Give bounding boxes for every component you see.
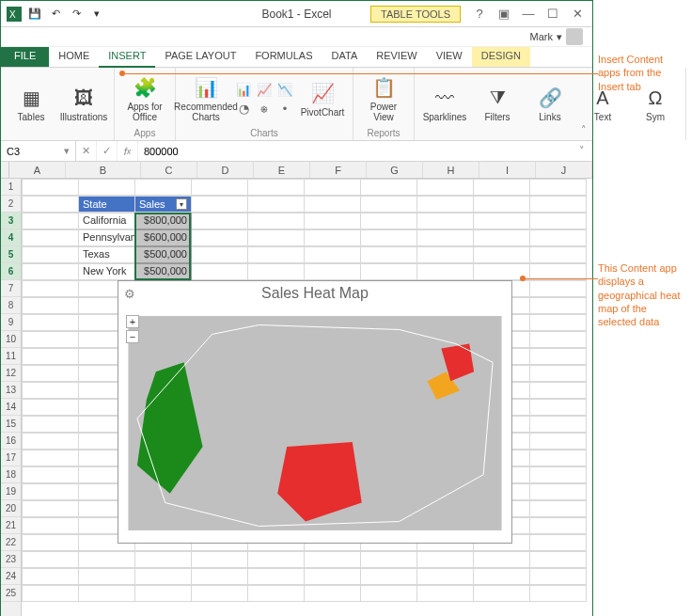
cell[interactable]	[360, 568, 417, 585]
cell[interactable]	[191, 551, 248, 568]
cell[interactable]	[473, 229, 530, 246]
cell[interactable]	[22, 483, 79, 500]
fx-icon[interactable]: fx	[118, 141, 138, 161]
apps-for-office-button[interactable]: 🧩Apps for Office	[120, 75, 169, 122]
tab-home[interactable]: HOME	[49, 47, 99, 67]
row-header[interactable]: 3	[1, 213, 21, 229]
table-header[interactable]: Sales▾	[134, 196, 192, 213]
cell[interactable]	[247, 229, 305, 246]
cell[interactable]	[22, 229, 79, 246]
cell[interactable]	[529, 551, 587, 568]
col-header[interactable]: B	[66, 162, 141, 178]
cell[interactable]	[529, 246, 587, 263]
cell[interactable]	[22, 433, 79, 450]
tables-button[interactable]: ▦Tables	[7, 86, 55, 122]
content-app-heat-map[interactable]: ⚙ Sales Heat Map + −	[118, 280, 512, 544]
cell[interactable]	[529, 365, 587, 382]
tab-insert[interactable]: INSERT	[99, 47, 155, 68]
cell[interactable]	[416, 229, 474, 246]
cell[interactable]	[22, 314, 79, 331]
chart-type-icon[interactable]: 📈	[255, 81, 274, 98]
zoom-in-icon[interactable]: +	[126, 315, 139, 328]
chart-type-icon[interactable]: 📊	[234, 81, 253, 98]
row-header[interactable]: 6	[1, 263, 21, 280]
cell[interactable]	[473, 213, 530, 229]
pivotchart-button[interactable]: 📈PivotChart	[298, 81, 347, 118]
cell[interactable]	[22, 517, 79, 534]
cell[interactable]	[247, 213, 305, 229]
row-header[interactable]: 21	[1, 517, 21, 534]
cell[interactable]	[22, 585, 79, 602]
col-header[interactable]: C	[141, 162, 197, 178]
qat-more-icon[interactable]: ▾	[87, 5, 106, 24]
cell[interactable]	[529, 280, 587, 297]
cell[interactable]	[529, 517, 587, 534]
row-header[interactable]: 14	[1, 399, 21, 416]
row-header[interactable]: 5	[1, 246, 21, 263]
cell[interactable]	[191, 179, 248, 196]
cell[interactable]	[78, 179, 135, 196]
tab-file[interactable]: FILE	[1, 47, 49, 67]
cell[interactable]	[473, 585, 530, 602]
illustrations-button[interactable]: 🖼Illustrations	[59, 86, 108, 122]
row-header[interactable]: 22	[1, 534, 21, 551]
tab-data[interactable]: DATA	[322, 47, 368, 67]
cell[interactable]	[529, 585, 587, 602]
row-header[interactable]: 4	[1, 229, 21, 246]
enter-icon[interactable]: ✓	[97, 141, 118, 161]
chart-type-icon[interactable]: •	[275, 100, 294, 117]
row-header[interactable]: 24	[1, 568, 21, 585]
cell[interactable]	[22, 348, 79, 365]
col-header[interactable]: E	[254, 162, 310, 178]
cell[interactable]	[529, 483, 587, 500]
cell[interactable]	[529, 179, 587, 196]
row-header[interactable]: 11	[1, 348, 21, 365]
cell[interactable]	[247, 196, 305, 213]
cell[interactable]	[360, 229, 417, 246]
cell[interactable]	[22, 365, 79, 382]
cell[interactable]	[304, 196, 361, 213]
cell[interactable]	[529, 433, 587, 450]
expand-formula-icon[interactable]: ˅	[572, 141, 592, 161]
cell[interactable]	[360, 263, 417, 280]
cell[interactable]	[191, 585, 248, 602]
cell[interactable]	[529, 348, 587, 365]
table-cell[interactable]: $500,000	[134, 246, 192, 263]
zoom-out-icon[interactable]: −	[126, 330, 139, 343]
table-cell[interactable]: $600,000	[134, 229, 192, 246]
cell[interactable]	[22, 280, 79, 297]
user-account[interactable]: Mark ▾	[530, 28, 583, 45]
undo-icon[interactable]: ↶	[46, 5, 65, 24]
cell[interactable]	[22, 246, 79, 263]
cell[interactable]	[529, 450, 587, 466]
restore-icon[interactable]: ☐	[542, 4, 564, 24]
formula-input[interactable]	[144, 146, 566, 157]
cell[interactable]	[304, 213, 361, 229]
name-box[interactable]: ▾	[1, 141, 76, 161]
cell[interactable]	[134, 585, 192, 602]
gear-icon[interactable]: ⚙	[124, 287, 135, 301]
cells-area[interactable]: State▾Sales▾California$800,000Pennsylvan…	[22, 179, 592, 616]
recommended-charts-button[interactable]: 📊Recommended Charts	[181, 75, 230, 122]
cell[interactable]	[416, 213, 474, 229]
cell[interactable]	[247, 179, 305, 196]
row-header[interactable]: 7	[1, 280, 21, 297]
cell[interactable]	[416, 196, 474, 213]
cell[interactable]	[473, 246, 530, 263]
cell[interactable]	[529, 416, 587, 433]
cell[interactable]	[78, 551, 135, 568]
ribbon-display-icon[interactable]: ▣	[493, 4, 515, 24]
col-header[interactable]: I	[479, 162, 536, 178]
cell[interactable]	[529, 466, 587, 483]
row-header[interactable]: 8	[1, 297, 21, 314]
col-header[interactable]: A	[9, 162, 66, 178]
col-header[interactable]: J	[536, 162, 592, 178]
cell[interactable]	[22, 466, 79, 483]
chart-type-icon[interactable]: ◔	[234, 100, 253, 117]
cell[interactable]	[304, 263, 361, 280]
cell[interactable]	[22, 534, 79, 551]
row-header[interactable]: 20	[1, 500, 21, 517]
cell[interactable]	[473, 196, 530, 213]
col-header[interactable]: H	[423, 162, 479, 178]
cancel-icon[interactable]: ✕	[76, 141, 97, 161]
